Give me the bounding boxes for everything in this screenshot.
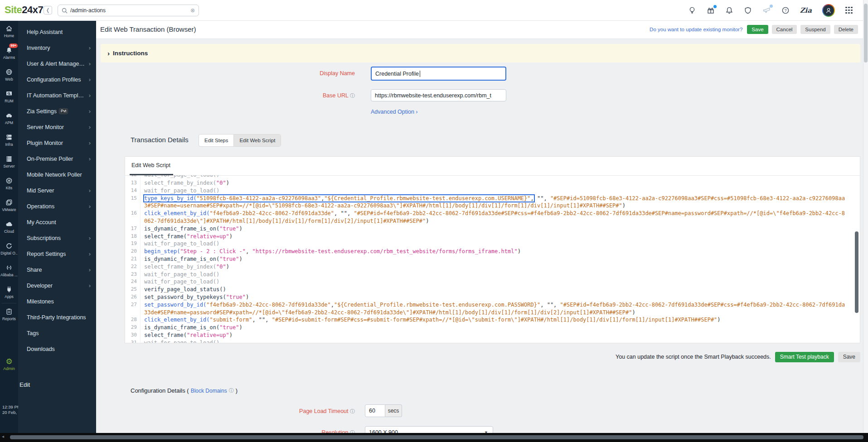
sidebar-item-help-assistant[interactable]: Help Assistant (18, 24, 96, 40)
rail-item-label: Home (4, 34, 15, 38)
code-line-27: 27set_password_by_id("f4efb6a9-2bb2-42cc… (125, 301, 860, 317)
megaphone-icon[interactable] (762, 6, 771, 14)
code-line-23: 23wait_for_page_to_load() (125, 271, 860, 279)
editor-tab-edit-web-script[interactable]: Edit Web Script (131, 162, 170, 168)
sidebar-item-downloads[interactable]: Downloads (18, 341, 96, 357)
global-search[interactable]: /admin-actions ⊗ (58, 5, 199, 16)
line-number: 12 (125, 175, 141, 179)
rail-item-rum[interactable]: RUM (0, 86, 18, 107)
sidebar-item-label: Downloads (27, 346, 91, 352)
web-icon (5, 68, 13, 76)
alarm-count-badge: 99+ (9, 43, 18, 48)
rail-item-web[interactable]: Web (0, 64, 18, 86)
sidebar-item-mid-server[interactable]: Mid Server› (18, 183, 96, 198)
rail-item-cloud[interactable]: Cloud (0, 216, 18, 238)
code-area[interactable]: 12wait_for_page_to_load()13select_frame_… (125, 175, 860, 343)
line-number: 30 (125, 332, 141, 339)
search-input[interactable]: /admin-actions (70, 7, 190, 14)
shield-icon[interactable] (744, 6, 752, 14)
rail-item-alibaba[interactable]: Alibaba ... (0, 259, 18, 281)
sidebar-item-label: Subscriptions (27, 235, 87, 241)
line-number: 28 (125, 316, 141, 324)
gear-icon: ⚙ (5, 358, 12, 365)
chevron-right-icon: › (89, 250, 91, 257)
horizontal-scrollbar-thumb[interactable] (10, 435, 863, 439)
info-icon[interactable]: ⓘ (350, 93, 355, 98)
rail-item-infra[interactable]: Infra (0, 129, 18, 151)
sidebar-item-inventory[interactable]: Inventory› (18, 40, 96, 56)
delete-button[interactable]: Delete (834, 25, 858, 34)
server-icon (5, 155, 13, 163)
base-url-input[interactable]: https://rbmwebsite-test.enduserexp.com/r… (371, 89, 506, 101)
rail-item-vmware[interactable]: VMware (0, 194, 18, 216)
sidebar-item-mobile-network-poller[interactable]: Mobile Network Poller (18, 167, 96, 183)
sidebar-item-report-settings[interactable]: Report Settings› (18, 246, 96, 262)
vertical-scrollbar-thumb[interactable] (864, 4, 868, 62)
sidebar-item-label: Milestones (27, 298, 91, 305)
advanced-option-link[interactable]: Advanced Option › (371, 109, 418, 115)
rail-item-apps[interactable]: Apps (0, 281, 18, 303)
cancel-button[interactable]: Cancel (772, 25, 797, 34)
rail-item-alarms[interactable]: Alarms99+ (0, 42, 18, 64)
tab-edit-steps[interactable]: Edit Steps (199, 135, 233, 146)
sidebar-item-tags[interactable]: Tags (18, 325, 96, 341)
logo-24x7: 24x7 (22, 4, 43, 15)
sidebar-collapse-icon[interactable]: ❬ (44, 6, 52, 14)
sidebar-item-third-party-integrations[interactable]: Third-Party Integrations (18, 309, 96, 325)
zia-logo[interactable]: Zia (800, 6, 812, 14)
sidebar-item-zia-settings[interactable]: Zia SettingsPvt› (18, 103, 96, 119)
sidebar-item-developer[interactable]: Developer› (18, 278, 96, 293)
code-line-13: 13select_frame_by_index("0") (125, 179, 860, 187)
smart-test-playback-button[interactable]: Smart Test playback (775, 352, 834, 362)
line-number: 13 (125, 179, 141, 187)
rail-item-apm[interactable]: APM (0, 107, 18, 129)
help-icon[interactable]: ? (781, 6, 790, 14)
rail-item-server[interactable]: Server (0, 151, 18, 173)
rail-item-home[interactable]: Home (0, 20, 18, 42)
page-load-timeout-input[interactable]: 60 (365, 404, 385, 417)
avatar[interactable] (822, 4, 835, 17)
info-icon[interactable]: ⓘ (229, 387, 234, 394)
instructions-banner[interactable]: › Instructions (101, 44, 860, 62)
sidebar-item-user-alert-management[interactable]: User & Alert Management› (18, 56, 96, 72)
gift-icon[interactable] (707, 6, 715, 14)
menu-item-edit[interactable]: Edit (19, 381, 30, 388)
bulb-icon[interactable] (688, 6, 696, 14)
sidebar-item-milestones[interactable]: Milestones (18, 293, 96, 309)
sidebar-item-server-monitor[interactable]: Server Monitor› (18, 119, 96, 135)
save-button[interactable]: Save (747, 25, 768, 34)
update-existing-monitor-link[interactable]: Do you want to update existing monitor? (650, 27, 742, 32)
alibaba-icon (5, 264, 13, 271)
tab-edit-web-script[interactable]: Edit Web Script (233, 135, 281, 146)
highlighted-code-selection: type_keys_by_id("51098fcb-68e3-4122-aa2a… (144, 195, 534, 202)
sidebar-item-my-account[interactable]: My Account (18, 214, 96, 230)
sidebar-item-on-premise-poller[interactable]: On-Premise Poller› (18, 151, 96, 167)
sidebar-item-it-automation-templates[interactable]: IT Automation Templates› (18, 87, 96, 103)
rail-item-admin[interactable]: ⚙ Admin (0, 358, 18, 371)
site24x7-logo[interactable]: Site24x7 (5, 4, 43, 16)
rail-item-reports[interactable]: Reports (2, 303, 16, 325)
display-name-input[interactable]: Credential Profile (371, 67, 506, 81)
base-url-label: Base URL ⓘ (272, 92, 355, 99)
suspend-button[interactable]: Suspend (800, 25, 830, 34)
rail-item-label: Cloud (4, 229, 14, 234)
scroll-left-arrow-icon[interactable]: ◂ (2, 434, 4, 439)
rail-item-digital-o[interactable]: Digital O.. (0, 238, 18, 259)
apps-grid-icon[interactable] (845, 7, 853, 14)
block-domains-link[interactable]: Block Domains (191, 388, 227, 394)
bell-icon[interactable] (725, 6, 733, 14)
vertical-scrollbar[interactable] (863, 0, 868, 433)
code-line-26: 26set_password_by_typekeys("true") (125, 293, 860, 301)
sidebar-item-plugin-monitor[interactable]: Plugin Monitor› (18, 135, 96, 151)
script-save-button[interactable]: Save (838, 352, 860, 362)
horizontal-scrollbar[interactable]: ◂ (0, 433, 868, 442)
rail-item-label: Server (3, 164, 15, 168)
sidebar-item-operations[interactable]: Operations› (18, 198, 96, 214)
sidebar-item-configuration-profiles[interactable]: Configuration Profiles› (18, 72, 96, 87)
info-icon[interactable]: ⓘ (350, 408, 355, 414)
search-clear-icon[interactable]: ⊗ (190, 7, 195, 14)
sidebar-item-subscriptions[interactable]: Subscriptions› (18, 230, 96, 246)
editor-scrollbar-thumb[interactable] (855, 231, 858, 313)
sidebar-item-share[interactable]: Share› (18, 262, 96, 278)
rail-item-k8s[interactable]: K8s (0, 173, 18, 194)
